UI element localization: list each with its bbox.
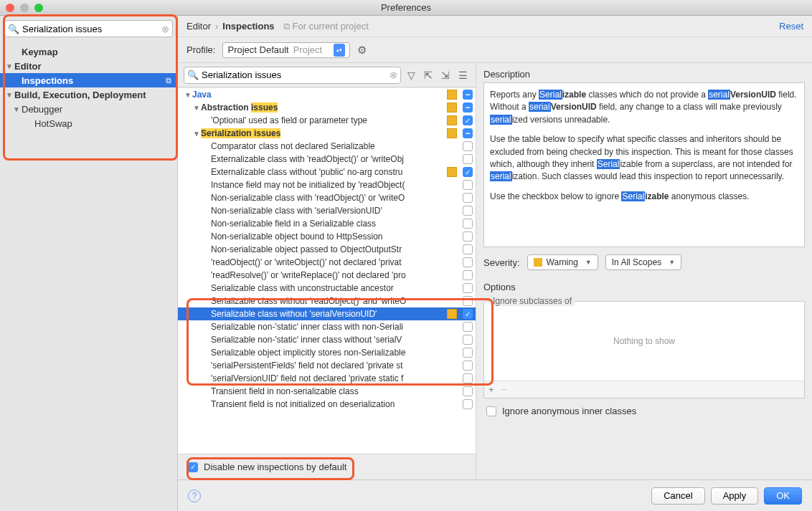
sidebar-item[interactable]: Inspections⧉ xyxy=(0,73,177,87)
sidebar-item-label: Keymap xyxy=(22,47,58,57)
inspection-checkbox[interactable] xyxy=(463,309,473,319)
sidebar-item[interactable]: ▼Debugger xyxy=(0,102,177,116)
inspection-checkbox[interactable] xyxy=(463,399,473,409)
tree-row[interactable]: ▼Serialization issues xyxy=(178,127,476,140)
inspection-checkbox[interactable] xyxy=(463,335,473,345)
inspection-checkbox[interactable] xyxy=(463,128,473,138)
caret-icon: ▼ xyxy=(192,130,201,138)
ignore-anon-checkbox[interactable] xyxy=(486,406,496,416)
inspection-checkbox[interactable] xyxy=(463,386,473,396)
inspection-checkbox[interactable] xyxy=(463,219,473,229)
inspection-checkbox[interactable] xyxy=(463,270,473,280)
tree-row[interactable]: Non-serializable object passed to Object… xyxy=(178,243,476,256)
remove-icon[interactable]: − xyxy=(501,384,507,395)
show-icon[interactable]: ☰ xyxy=(456,70,470,81)
help-icon[interactable]: ? xyxy=(188,489,201,502)
tree-row[interactable]: Serializable object implicitly stores no… xyxy=(178,346,476,359)
cancel-button[interactable]: Cancel xyxy=(651,487,704,505)
tree-row[interactable]: Instance field may not be initialized by… xyxy=(178,178,476,191)
tree-row-label: Non-serializable class with 'serialVersi… xyxy=(211,206,444,216)
inspection-checkbox[interactable] xyxy=(463,360,473,371)
tree-row[interactable]: Non-serializable class with 'serialVersi… xyxy=(178,204,476,217)
disable-new-checkbox[interactable] xyxy=(188,462,198,472)
filter-icon[interactable]: ▽ xyxy=(405,70,417,81)
inspection-checkbox[interactable] xyxy=(463,193,473,203)
gear-icon[interactable]: ⚙ xyxy=(357,44,367,57)
inspection-checkbox[interactable] xyxy=(463,322,473,332)
ignore-anon-label: Ignore anonymous inner classes xyxy=(502,406,636,416)
tree-row[interactable]: Transient field is not initialized on de… xyxy=(178,398,476,411)
inspection-search[interactable]: 🔍 ⊗ xyxy=(184,67,401,84)
profile-row: Profile: Project Default Project ▴▾ ⚙ xyxy=(178,37,812,63)
tree-row[interactable]: Externalizable class with 'readObject()'… xyxy=(178,153,476,166)
inspection-checkbox[interactable] xyxy=(463,283,473,293)
sidebar-item[interactable]: Keymap xyxy=(0,44,177,59)
inspection-checkbox[interactable] xyxy=(463,231,473,242)
sidebar-item[interactable]: HotSwap xyxy=(0,116,177,130)
tree-row[interactable]: 'readObject()' or 'writeObject()' not de… xyxy=(178,256,476,269)
tree-row[interactable]: 'readResolve()' or 'writeReplace()' not … xyxy=(178,269,476,282)
inspection-checkbox[interactable] xyxy=(463,373,473,383)
inspection-search-input[interactable] xyxy=(202,70,390,80)
tree-row[interactable]: Non-serializable object bound to HttpSes… xyxy=(178,230,476,243)
inspection-checkbox[interactable] xyxy=(463,206,473,216)
caret-down-icon: ▼ xyxy=(6,62,14,70)
tree-row[interactable]: Transient field in non-serializable clas… xyxy=(178,385,476,398)
severity-indicator xyxy=(447,283,457,293)
tree-row[interactable]: 'Optional' used as field or parameter ty… xyxy=(178,114,476,127)
breadcrumb-b: Inspections xyxy=(222,21,274,32)
inspection-checkbox[interactable] xyxy=(463,244,473,254)
inspection-checkbox[interactable] xyxy=(463,296,473,306)
severity-label: Severity: xyxy=(483,257,520,268)
inspection-checkbox[interactable] xyxy=(463,257,473,267)
breadcrumb-a[interactable]: Editor xyxy=(187,21,211,32)
tree-row[interactable]: 'serialPersistentFields' field not decla… xyxy=(178,359,476,372)
subclass-list[interactable]: Nothing to show xyxy=(484,302,804,381)
ok-button[interactable]: OK xyxy=(764,487,802,505)
severity-indicator xyxy=(447,335,457,345)
inspection-checkbox[interactable] xyxy=(463,348,473,358)
inspection-checkbox[interactable] xyxy=(463,141,473,151)
tree-row[interactable]: Non-serializable class with 'readObject(… xyxy=(178,191,476,204)
tree-row[interactable]: 'serialVersionUID' field not declared 'p… xyxy=(178,372,476,385)
severity-indicator xyxy=(447,322,457,332)
apply-button[interactable]: Apply xyxy=(711,487,759,505)
sidebar-item[interactable]: ▼Build, Execution, Deployment xyxy=(0,87,177,102)
inspection-checkbox[interactable] xyxy=(463,167,473,177)
tree-row[interactable]: Comparator class not declared Serializab… xyxy=(178,140,476,153)
reset-link[interactable]: Reset xyxy=(779,21,803,32)
tree-row[interactable]: Non-serializable field in a Serializable… xyxy=(178,217,476,230)
expand-icon[interactable]: ⇱ xyxy=(422,70,435,81)
severity-select[interactable]: Warning ▼ xyxy=(527,254,598,270)
collapse-icon[interactable]: ⇲ xyxy=(439,70,452,81)
clear-search-icon[interactable]: ⊗ xyxy=(161,24,169,34)
sidebar-search-input[interactable] xyxy=(22,24,161,34)
inspection-tree[interactable]: ▼Java▼Abstraction issues'Optional' used … xyxy=(178,87,476,454)
sidebar-search[interactable]: 🔍 ⊗ xyxy=(4,20,173,37)
description-title: Description xyxy=(483,69,805,80)
scope-select[interactable]: In All Scopes ▼ xyxy=(605,254,681,270)
inspection-checkbox[interactable] xyxy=(463,154,473,164)
caret-down-icon: ▼ xyxy=(13,105,22,113)
sidebar-item[interactable]: ▼Editor xyxy=(0,59,177,73)
add-icon[interactable]: + xyxy=(488,384,494,395)
tree-row[interactable]: Serializable class without 'readObject()… xyxy=(178,295,476,307)
tree-row-label: Serializable object implicitly stores no… xyxy=(211,348,444,358)
tree-row[interactable]: Serializable class with unconstructable … xyxy=(178,282,476,295)
inspection-checkbox[interactable] xyxy=(463,180,473,190)
copy-icon[interactable]: ⧉ xyxy=(166,76,171,85)
inspection-checkbox[interactable] xyxy=(463,102,473,113)
clear-search-icon[interactable]: ⊗ xyxy=(390,70,397,80)
tree-row[interactable]: Serializable non-'static' inner class wi… xyxy=(178,320,476,333)
tree-row[interactable]: Externalizable class without 'public' no… xyxy=(178,166,476,178)
profile-select[interactable]: Project Default Project ▴▾ xyxy=(222,42,350,58)
tree-row[interactable]: ▼Abstraction issues xyxy=(178,101,476,114)
tree-row[interactable]: ▼Java xyxy=(178,88,476,101)
chevron-right-icon: › xyxy=(215,21,218,32)
severity-row: Severity: Warning ▼ In All Scopes ▼ xyxy=(483,254,805,270)
severity-indicator xyxy=(447,167,457,177)
inspection-checkbox[interactable] xyxy=(463,115,473,125)
tree-row[interactable]: Serializable non-'static' inner class wi… xyxy=(178,333,476,346)
tree-row[interactable]: Serializable class without 'serialVersio… xyxy=(178,307,476,320)
inspection-checkbox[interactable] xyxy=(463,90,473,100)
